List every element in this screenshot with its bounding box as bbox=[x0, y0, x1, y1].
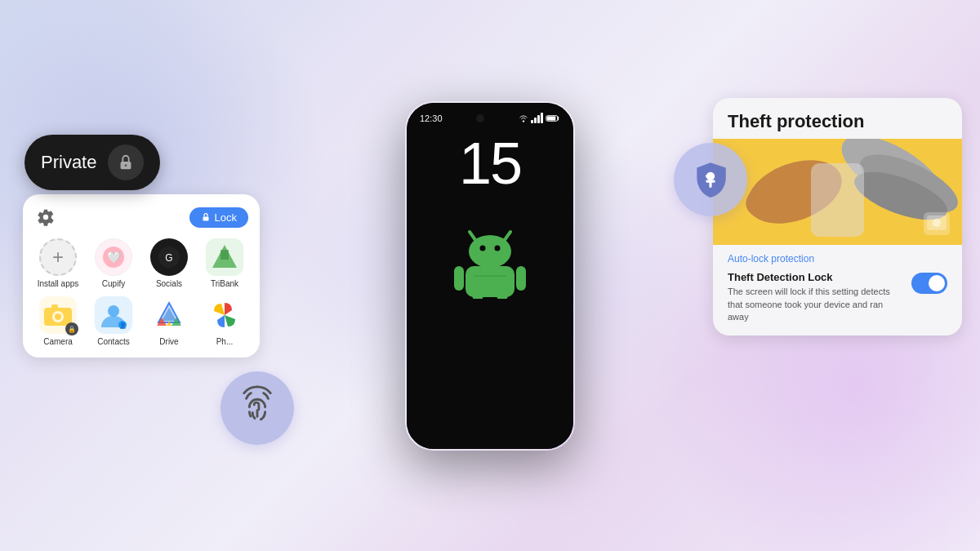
svg-rect-43 bbox=[811, 163, 864, 237]
install-apps-icon: + bbox=[39, 238, 77, 276]
detection-description: The screen will lock if this setting det… bbox=[728, 286, 903, 323]
list-item[interactable]: 🤍 Cupify bbox=[90, 238, 137, 288]
shield-bubble bbox=[674, 143, 747, 216]
auto-lock-label: Auto-lock protection bbox=[728, 253, 947, 264]
theft-illustration bbox=[713, 139, 962, 245]
svg-text:G: G bbox=[165, 252, 172, 264]
svg-rect-2 bbox=[203, 217, 208, 221]
svg-rect-9 bbox=[220, 250, 229, 260]
android-mascot bbox=[449, 225, 531, 302]
list-item[interactable]: G Socials bbox=[145, 238, 193, 288]
svg-rect-32 bbox=[472, 291, 483, 299]
shield-key-icon bbox=[690, 159, 731, 200]
list-item[interactable]: Drive bbox=[145, 296, 193, 346]
phone-screen: 12:30 bbox=[407, 103, 573, 449]
contacts-icon: 👤 bbox=[95, 296, 132, 334]
signal-bars bbox=[531, 113, 543, 123]
svg-text:👤: 👤 bbox=[119, 322, 127, 329]
lock-button[interactable]: Lock bbox=[189, 207, 248, 228]
svg-rect-31 bbox=[516, 266, 526, 291]
private-label: Private bbox=[41, 152, 96, 173]
photos-icon bbox=[206, 296, 243, 334]
cupify-icon: 🤍 bbox=[95, 238, 132, 276]
svg-point-36 bbox=[706, 175, 709, 178]
camera-icon: 🔒 bbox=[39, 296, 77, 334]
svg-rect-33 bbox=[497, 291, 508, 299]
svg-rect-14 bbox=[51, 304, 58, 309]
list-item[interactable]: 👤 Contacts bbox=[90, 296, 137, 346]
app-label: Ph... bbox=[216, 337, 234, 346]
svg-text:🤍: 🤍 bbox=[107, 251, 122, 264]
theft-title: Theft protection bbox=[728, 111, 947, 132]
theft-protection-card: Theft protection Auto-lock protection Th… bbox=[713, 98, 962, 335]
drive-icon bbox=[150, 296, 188, 334]
theft-illustration-svg bbox=[713, 139, 962, 245]
fingerprint-bubble[interactable] bbox=[220, 371, 294, 445]
svg-point-13 bbox=[55, 313, 61, 320]
phone-clock: 15 bbox=[459, 134, 521, 193]
lock-button-label: Lock bbox=[215, 211, 237, 224]
detection-title: Theft Detection Lock bbox=[728, 271, 903, 283]
socials-icon: G bbox=[150, 238, 188, 276]
gear-icon[interactable] bbox=[34, 206, 57, 229]
app-label: Install apps bbox=[38, 279, 79, 288]
fingerprint-icon bbox=[238, 385, 276, 431]
list-item[interactable]: + Install apps bbox=[34, 238, 82, 288]
private-toggle[interactable]: Private bbox=[24, 135, 160, 190]
app-label: Socials bbox=[156, 279, 182, 288]
svg-rect-29 bbox=[466, 266, 514, 297]
svg-point-26 bbox=[469, 235, 511, 268]
svg-rect-23 bbox=[547, 116, 556, 120]
app-label: Cupify bbox=[102, 279, 125, 288]
phone: 12:30 bbox=[404, 100, 576, 451]
app-label: Drive bbox=[159, 337, 178, 346]
theft-detection-row: Theft Detection Lock The screen will loc… bbox=[728, 271, 947, 323]
theft-toggle[interactable] bbox=[911, 273, 947, 294]
camera-notch bbox=[476, 114, 484, 122]
list-item[interactable]: 🔒 Camera bbox=[34, 296, 82, 346]
svg-point-1 bbox=[125, 164, 127, 167]
svg-rect-30 bbox=[454, 266, 464, 291]
list-item[interactable]: TriBank bbox=[201, 238, 248, 288]
status-icons bbox=[519, 113, 560, 123]
app-label: TriBank bbox=[211, 279, 238, 288]
svg-point-46 bbox=[933, 219, 941, 227]
svg-point-27 bbox=[480, 245, 486, 251]
theft-card-header: Theft protection bbox=[713, 98, 962, 139]
phone-time: 12:30 bbox=[420, 113, 443, 123]
app-grid: + Install apps 🤍 Cupify G Socials bbox=[34, 238, 248, 346]
app-grid-header: Lock bbox=[34, 206, 248, 229]
list-item[interactable]: Ph... bbox=[201, 296, 248, 346]
lock-icon bbox=[108, 144, 144, 180]
toggle-knob bbox=[929, 275, 945, 291]
svg-point-16 bbox=[108, 305, 119, 317]
app-grid-card: Lock + Install apps 🤍 Cupify G bbox=[23, 194, 260, 358]
camera-badge: 🔒 bbox=[65, 322, 78, 335]
theft-detection-text: Theft Detection Lock The screen will loc… bbox=[728, 271, 903, 323]
phone-container: 12:30 bbox=[404, 100, 576, 451]
status-bar: 12:30 bbox=[407, 103, 573, 126]
svg-point-28 bbox=[495, 245, 501, 251]
app-label: Contacts bbox=[97, 337, 129, 346]
app-label: Camera bbox=[43, 337, 73, 346]
tribank-icon bbox=[206, 238, 243, 276]
theft-card-body: Auto-lock protection Theft Detection Loc… bbox=[713, 245, 962, 335]
